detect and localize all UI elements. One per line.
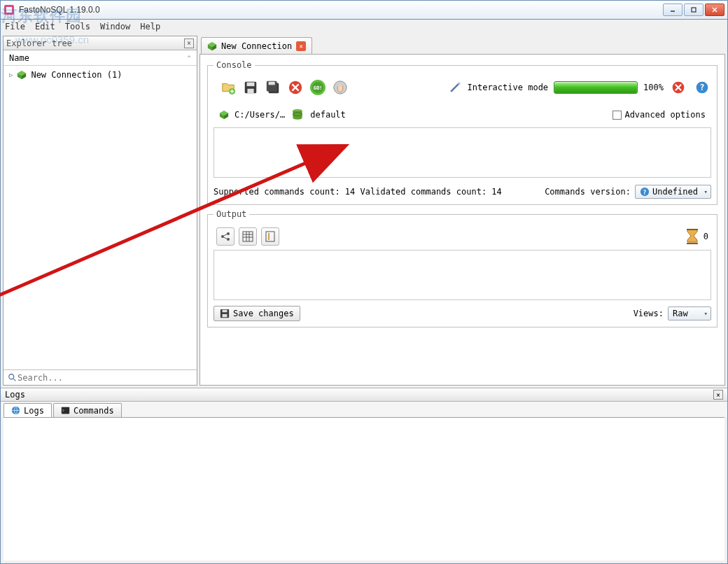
logs-title: Logs <box>5 390 25 400</box>
menu-help[interactable]: Help <box>140 22 160 31</box>
explorer-close-icon[interactable]: × <box>184 38 194 48</box>
menu-bar: File Edit Tools Window Help <box>0 20 728 34</box>
logs-tab-logs[interactable]: Logs <box>4 403 52 417</box>
globe-icon <box>11 406 20 415</box>
search-box[interactable] <box>4 369 197 385</box>
svg-line-45 <box>224 234 227 237</box>
save-icon[interactable] <box>241 78 260 97</box>
close-button[interactable] <box>705 3 724 16</box>
logs-tab-label: Logs <box>24 406 44 416</box>
commands-status: Supported commands count: 14 Validated c… <box>214 187 502 197</box>
go-icon[interactable]: GO! <box>309 78 327 97</box>
views-label: Views: <box>634 309 664 318</box>
output-count: 0 <box>704 232 708 241</box>
app-icon <box>4 4 15 15</box>
svg-text:?: ? <box>643 189 646 196</box>
svg-line-28 <box>451 83 459 92</box>
cancel-icon[interactable] <box>669 78 687 97</box>
logs-tabs: Logs Commands <box>1 402 727 417</box>
output-fieldset: Output 0 Save changes <box>207 209 718 327</box>
tree-body: ▷ New Connection (1) <box>4 66 197 369</box>
table-icon[interactable] <box>239 227 257 246</box>
progress-bar <box>554 81 638 94</box>
menu-file[interactable]: File <box>5 22 25 31</box>
progress-pct: 100% <box>643 83 664 92</box>
tab-content: Console GO! Interactive mode 100% ? <box>200 54 725 386</box>
svg-line-46 <box>224 237 227 239</box>
save-changes-label: Save changes <box>233 309 294 318</box>
svg-point-44 <box>227 238 230 241</box>
open-file-icon[interactable] <box>219 78 237 97</box>
wand-icon[interactable] <box>448 80 462 94</box>
console-toolbar: GO! Interactive mode 100% ? <box>214 76 711 104</box>
logs-close-icon[interactable]: × <box>713 390 723 400</box>
logs-header: Logs × <box>1 388 727 402</box>
advanced-label: Advanced options <box>624 110 706 120</box>
svg-rect-20 <box>269 82 275 85</box>
path-row: C:/Users/… default Advanced options <box>214 104 711 123</box>
db-cube-icon <box>17 70 27 80</box>
svg-rect-53 <box>268 233 270 240</box>
svg-rect-16 <box>247 83 255 87</box>
svg-rect-55 <box>687 243 698 244</box>
tree-item-label: New Connection (1) <box>31 70 122 80</box>
maximize-button[interactable] <box>684 3 704 16</box>
help-icon[interactable]: ? <box>693 78 711 97</box>
tree-item-connection[interactable]: ▷ New Connection (1) <box>6 69 194 81</box>
floppy-icon <box>220 309 230 318</box>
svg-rect-57 <box>223 310 227 313</box>
logs-tab-commands[interactable]: Commands <box>53 403 122 417</box>
tree-header[interactable]: Name ^ <box>4 50 197 66</box>
svg-rect-1 <box>6 7 12 13</box>
stop-icon[interactable] <box>286 78 304 97</box>
svg-line-10 <box>13 378 16 381</box>
hourglass-icon <box>685 228 699 245</box>
output-toolbar: 0 <box>214 225 711 248</box>
menu-window[interactable]: Window <box>100 22 130 31</box>
window-titlebar: FastoNoSQL 1.19.0.0 <box>0 0 728 20</box>
question-icon: ? <box>640 187 650 197</box>
svg-point-43 <box>227 232 230 235</box>
views-combo[interactable]: Raw <box>668 306 711 320</box>
tab-new-connection[interactable]: New Connection ✕ <box>201 37 312 54</box>
logs-panel: Logs × Logs Commands <box>0 388 728 564</box>
search-input[interactable] <box>18 373 192 383</box>
sort-icon: ^ <box>188 55 191 62</box>
cmd-version-combo[interactable]: ? Undefined <box>635 185 711 199</box>
share-icon[interactable] <box>216 227 234 246</box>
svg-rect-54 <box>687 229 698 230</box>
explorer-panel: Explorer tree × Name ^ ▷ New Connection … <box>3 36 197 386</box>
menu-tools[interactable]: Tools <box>65 22 90 31</box>
database-icon <box>290 108 304 122</box>
hand-icon[interactable] <box>331 78 349 97</box>
tab-label: New Connection <box>221 41 292 51</box>
svg-rect-60 <box>62 407 69 414</box>
console-editor[interactable] <box>214 127 711 178</box>
advanced-checkbox[interactable] <box>612 111 622 120</box>
views-value: Raw <box>673 309 688 318</box>
detail-icon[interactable] <box>261 227 279 246</box>
cmd-version-value: Undefined <box>652 187 698 197</box>
interactive-mode-label: Interactive mode <box>468 83 549 92</box>
db-label: default <box>310 110 346 120</box>
db-cube-icon <box>219 110 229 120</box>
cmd-version-label: Commands version: <box>545 187 631 197</box>
path-label: C:/Users/… <box>234 110 285 120</box>
commands-tab-label: Commands <box>74 406 114 416</box>
output-area[interactable] <box>214 250 711 300</box>
save-changes-button[interactable]: Save changes <box>214 306 300 321</box>
console-fieldset: Console GO! Interactive mode 100% ? <box>207 60 718 205</box>
minimize-button[interactable] <box>663 3 682 16</box>
save-all-icon[interactable] <box>264 78 282 97</box>
logs-body[interactable] <box>4 417 724 561</box>
tab-close-icon[interactable]: ✕ <box>296 41 306 51</box>
search-icon <box>8 373 18 383</box>
svg-rect-17 <box>247 89 253 93</box>
explorer-title: Explorer tree × <box>4 36 197 50</box>
svg-rect-3 <box>692 8 696 12</box>
expand-icon[interactable]: ▷ <box>9 71 13 78</box>
output-legend: Output <box>214 209 249 219</box>
menu-edit[interactable]: Edit <box>35 22 55 31</box>
console-status-row: Supported commands count: 14 Validated c… <box>214 182 711 199</box>
svg-point-9 <box>9 374 14 379</box>
